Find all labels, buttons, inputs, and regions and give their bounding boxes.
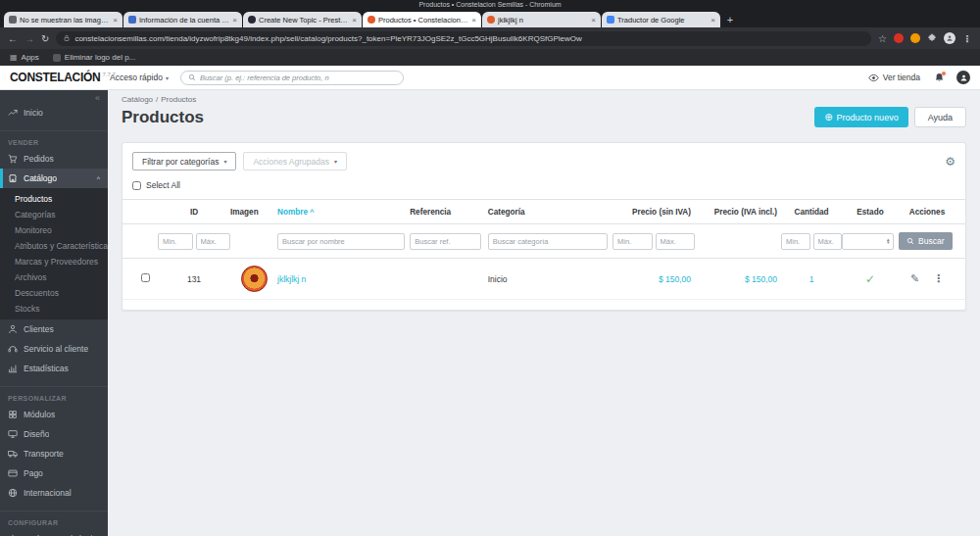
edit-pencil-icon[interactable]: ✎ (910, 272, 919, 285)
tab-close-icon[interactable]: × (710, 16, 715, 24)
new-product-button[interactable]: ⊕ Producto nuevo (814, 107, 907, 127)
apps-shortcut[interactable]: ▦ Apps (10, 53, 39, 62)
filter-categories-button[interactable]: Filtrar por categorías ▾ (132, 152, 236, 171)
sidebar-item-diseno[interactable]: Diseño (0, 424, 108, 444)
browser-tab-2[interactable]: Información de la cuenta | hPa × (123, 12, 242, 27)
sidebar-item-clientes[interactable]: Clientes (0, 319, 108, 339)
reload-button[interactable]: ↻ (41, 33, 49, 44)
col-cantidad[interactable]: Cantidad (781, 208, 842, 217)
panel-settings-gear-icon[interactable]: ⚙ (945, 155, 956, 169)
extensions-puzzle-icon[interactable] (927, 33, 937, 43)
admin-search-input[interactable] (200, 73, 396, 82)
sidebar-subitem-descuentos[interactable]: Descuentos (0, 285, 108, 301)
shop-logo[interactable]: CONSTELACIÓN 7.7.7 (10, 71, 110, 84)
new-tab-button[interactable]: + (721, 12, 739, 27)
product-name-link[interactable]: jklkjlkj n (277, 274, 306, 284)
window-titlebar: Productos • Constelacion Semillas - Chro… (0, 0, 980, 10)
browser-tab-6[interactable]: Traductor de Google × (602, 12, 720, 27)
product-price-incl: $ 150,00 (695, 274, 781, 284)
quick-access-dropdown[interactable]: Acceso rápido ▾ (110, 73, 169, 82)
admin-sidebar: « Inicio VENDER Pedidos Catálogo ^ Produ… (0, 90, 108, 536)
browser-tab-4-active[interactable]: Productos • Constelacion Semi × (363, 12, 481, 27)
sidebar-subitem-atributos[interactable]: Atributos y Características (0, 238, 108, 254)
breadcrumb: Catálogo / Productos (122, 90, 966, 104)
tab-title: Información de la cuenta | hPa (139, 16, 229, 24)
admin-search[interactable] (180, 71, 404, 85)
bookmark-item[interactable]: Eliminar logo del p... (53, 53, 135, 62)
filter-price-min-input[interactable] (612, 233, 653, 250)
view-shop-link[interactable]: Ver tienda (868, 73, 920, 83)
col-precio-iva-incl[interactable]: Precio (IVA incl.) (695, 208, 781, 217)
extension-icon-orange[interactable] (910, 33, 920, 43)
browser-profile-avatar[interactable] (944, 32, 956, 44)
filter-price-max-input[interactable] (656, 233, 696, 250)
breadcrumb-parent[interactable]: Catálogo (122, 95, 153, 104)
extension-icon-red[interactable] (894, 33, 904, 43)
browser-menu-icon[interactable]: ⋮ (962, 33, 972, 44)
sidebar-item-parametros[interactable]: Parámetros de la tienda (0, 529, 108, 536)
tab-close-icon[interactable]: × (232, 16, 237, 24)
sidebar-item-estadisticas[interactable]: Estadísticas (0, 359, 108, 378)
browser-tab-3[interactable]: Create New Topic - PrestaShop × (243, 12, 362, 27)
sidebar-subitem-archivos[interactable]: Archivos (0, 269, 108, 285)
lock-icon (63, 34, 71, 42)
estado-filter-select[interactable]: ▲ ▼ (842, 233, 894, 250)
search-button[interactable]: Buscar (899, 232, 953, 250)
sort-asc-icon: ^ (310, 209, 314, 216)
sidebar-subitem-productos[interactable]: Productos (0, 191, 108, 207)
col-imagen: Imagen (230, 208, 277, 217)
forward-button[interactable]: → (24, 33, 34, 44)
help-button[interactable]: Ayuda (914, 107, 966, 127)
tab-title: Create New Topic - PrestaShop (259, 16, 349, 24)
sidebar-item-transporte[interactable]: Transporte (0, 444, 108, 463)
bookmark-label: Eliminar logo del p... (65, 53, 135, 62)
select-all-checkbox[interactable] (132, 181, 141, 190)
sidebar-subitem-monitoreo[interactable]: Monitoreo (0, 222, 108, 238)
bookmark-star-icon[interactable]: ☆ (878, 33, 887, 44)
tab-close-icon[interactable]: × (471, 16, 476, 24)
filter-quantity-min-input[interactable] (781, 233, 810, 250)
notifications-bell[interactable] (934, 73, 945, 83)
sidebar-item-servicio[interactable]: Servicio al cliente (0, 339, 108, 359)
browser-tab-5[interactable]: jklkjlkj n × (482, 12, 601, 27)
filter-quantity-max-input[interactable] (813, 233, 843, 250)
sidebar-subitem-categorias[interactable]: Categorías (0, 207, 108, 222)
row-checkbox[interactable] (141, 273, 150, 282)
sidebar-item-internacional[interactable]: Internacional (0, 483, 108, 503)
tab-close-icon[interactable]: × (591, 16, 596, 24)
globe-icon (8, 488, 19, 498)
back-button[interactable]: ← (8, 33, 18, 44)
col-categoria[interactable]: Categoría (488, 208, 612, 217)
bookmark-favicon (53, 54, 61, 62)
filter-id-min-input[interactable] (158, 233, 193, 250)
tab-close-icon[interactable]: × (113, 16, 118, 24)
filter-id-max-input[interactable] (196, 233, 231, 250)
filter-name-input[interactable] (277, 233, 405, 250)
sidebar-item-inicio[interactable]: Inicio (0, 103, 108, 122)
filter-category-input[interactable] (488, 233, 608, 250)
tab-favicon (248, 16, 256, 24)
row-menu-dots-icon[interactable]: ⋮ (933, 272, 944, 285)
sidebar-item-catalogo[interactable]: Catálogo ^ (0, 169, 108, 188)
filter-reference-input[interactable] (410, 233, 481, 250)
product-thumbnail[interactable] (241, 266, 268, 292)
profile-avatar[interactable] (956, 71, 970, 84)
browser-tab-1[interactable]: No se muestran las imagenes × (4, 12, 122, 27)
col-id[interactable]: ID (158, 208, 230, 217)
url-bar[interactable]: constelacionsemillas.com/tienda/idyzwofr… (56, 31, 871, 46)
sidebar-item-modulos[interactable]: Módulos (0, 405, 108, 424)
sidebar-item-pedidos[interactable]: Pedidos (0, 149, 108, 169)
col-nombre[interactable]: Nombre ^ (277, 208, 410, 217)
grouped-actions-button[interactable]: Acciones Agrupadas ▾ (243, 152, 347, 171)
select-down-icon: ▼ (886, 241, 890, 245)
tab-close-icon[interactable]: × (352, 16, 357, 24)
col-precio-sin-iva[interactable]: Precio (sin IVA) (612, 208, 695, 217)
sidebar-collapse-button[interactable]: « (0, 90, 108, 103)
col-referencia[interactable]: Referencia (410, 208, 488, 217)
status-active-check-icon[interactable]: ✓ (842, 272, 899, 286)
select-all[interactable]: Select All (122, 177, 965, 199)
col-estado[interactable]: Estado (842, 208, 899, 217)
sidebar-subitem-stocks[interactable]: Stocks (0, 301, 108, 317)
sidebar-subitem-marcas[interactable]: Marcas y Proveedores (0, 254, 108, 269)
sidebar-item-pago[interactable]: Pago (0, 463, 108, 483)
